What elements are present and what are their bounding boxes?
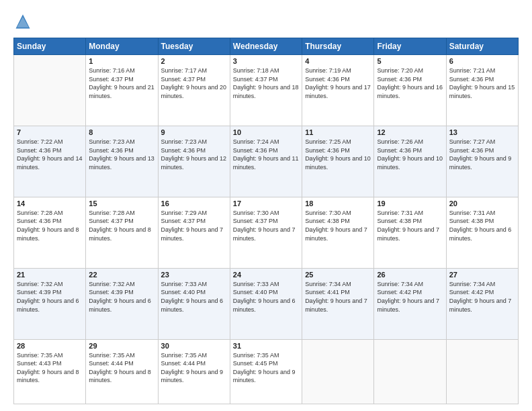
calendar-cell: 6Sunrise: 7:21 AMSunset: 4:36 PMDaylight… — [446, 55, 518, 126]
calendar-cell: 28Sunrise: 7:35 AMSunset: 4:43 PMDayligh… — [14, 339, 86, 404]
logo — [13, 12, 35, 31]
day-number: 6 — [449, 57, 515, 65]
day-info: Sunrise: 7:34 AMSunset: 4:41 PMDaylight:… — [305, 280, 371, 314]
day-info: Sunrise: 7:31 AMSunset: 4:38 PMDaylight:… — [377, 209, 443, 242]
day-info: Sunrise: 7:28 AMSunset: 4:36 PMDaylight:… — [17, 209, 83, 242]
day-number: 20 — [449, 199, 515, 208]
day-info: Sunrise: 7:24 AMSunset: 4:36 PMDaylight:… — [233, 138, 299, 171]
day-number: 15 — [89, 199, 154, 208]
calendar-cell: 31Sunrise: 7:35 AMSunset: 4:45 PMDayligh… — [230, 339, 302, 404]
day-number: 4 — [305, 57, 371, 65]
day-info: Sunrise: 7:19 AMSunset: 4:36 PMDaylight:… — [305, 66, 371, 100]
day-info: Sunrise: 7:35 AMSunset: 4:43 PMDaylight:… — [17, 351, 83, 385]
calendar-week-row: 28Sunrise: 7:35 AMSunset: 4:43 PMDayligh… — [14, 339, 519, 404]
calendar-cell: 3Sunrise: 7:18 AMSunset: 4:37 PMDaylight… — [230, 55, 302, 126]
calendar-cell: 20Sunrise: 7:31 AMSunset: 4:38 PMDayligh… — [446, 197, 518, 268]
page: SundayMondayTuesdayWednesdayThursdayFrid… — [0, 0, 532, 411]
day-number: 31 — [233, 342, 299, 350]
day-number: 27 — [449, 271, 515, 279]
calendar-cell: 14Sunrise: 7:28 AMSunset: 4:36 PMDayligh… — [14, 197, 86, 268]
day-info: Sunrise: 7:16 AMSunset: 4:37 PMDaylight:… — [89, 66, 154, 100]
day-header-sunday: Sunday — [14, 38, 86, 55]
day-info: Sunrise: 7:26 AMSunset: 4:36 PMDaylight:… — [377, 138, 443, 171]
calendar-week-row: 14Sunrise: 7:28 AMSunset: 4:36 PMDayligh… — [14, 197, 519, 268]
day-info: Sunrise: 7:29 AMSunset: 4:37 PMDaylight:… — [161, 209, 227, 242]
day-info: Sunrise: 7:17 AMSunset: 4:37 PMDaylight:… — [161, 66, 227, 100]
day-info: Sunrise: 7:30 AMSunset: 4:37 PMDaylight:… — [233, 209, 299, 242]
day-number: 22 — [89, 271, 154, 279]
day-info: Sunrise: 7:33 AMSunset: 4:40 PMDaylight:… — [161, 280, 227, 314]
calendar-cell: 19Sunrise: 7:31 AMSunset: 4:38 PMDayligh… — [374, 197, 446, 268]
calendar-week-row: 1Sunrise: 7:16 AMSunset: 4:37 PMDaylight… — [14, 55, 519, 126]
calendar-cell: 9Sunrise: 7:23 AMSunset: 4:36 PMDaylight… — [158, 126, 230, 197]
day-info: Sunrise: 7:28 AMSunset: 4:37 PMDaylight:… — [89, 209, 154, 242]
calendar-cell: 17Sunrise: 7:30 AMSunset: 4:37 PMDayligh… — [230, 197, 302, 268]
day-number: 10 — [233, 128, 299, 136]
calendar-cell: 2Sunrise: 7:17 AMSunset: 4:37 PMDaylight… — [158, 55, 230, 126]
day-number: 30 — [161, 342, 227, 350]
calendar-cell: 13Sunrise: 7:27 AMSunset: 4:36 PMDayligh… — [446, 126, 518, 197]
day-info: Sunrise: 7:31 AMSunset: 4:38 PMDaylight:… — [449, 209, 515, 242]
day-info: Sunrise: 7:27 AMSunset: 4:36 PMDaylight:… — [449, 138, 515, 171]
day-number: 14 — [17, 199, 83, 208]
day-number: 2 — [161, 57, 227, 65]
logo-icon — [13, 12, 32, 31]
day-header-thursday: Thursday — [302, 38, 374, 55]
day-number: 25 — [305, 271, 371, 279]
calendar-cell: 12Sunrise: 7:26 AMSunset: 4:36 PMDayligh… — [374, 126, 446, 197]
day-number: 16 — [161, 199, 227, 208]
calendar-cell: 10Sunrise: 7:24 AMSunset: 4:36 PMDayligh… — [230, 126, 302, 197]
calendar-cell — [446, 339, 518, 404]
day-info: Sunrise: 7:35 AMSunset: 4:45 PMDaylight:… — [233, 351, 299, 385]
calendar-cell: 23Sunrise: 7:33 AMSunset: 4:40 PMDayligh… — [158, 268, 230, 339]
calendar-cell: 7Sunrise: 7:22 AMSunset: 4:36 PMDaylight… — [14, 126, 86, 197]
day-number: 11 — [305, 128, 371, 136]
day-info: Sunrise: 7:34 AMSunset: 4:42 PMDaylight:… — [449, 280, 515, 314]
calendar-cell: 29Sunrise: 7:35 AMSunset: 4:44 PMDayligh… — [86, 339, 158, 404]
calendar-cell — [302, 339, 374, 404]
day-number: 18 — [305, 199, 371, 208]
calendar-cell: 30Sunrise: 7:35 AMSunset: 4:44 PMDayligh… — [158, 339, 230, 404]
day-number: 9 — [161, 128, 227, 136]
day-info: Sunrise: 7:21 AMSunset: 4:36 PMDaylight:… — [449, 66, 515, 100]
calendar-cell: 24Sunrise: 7:33 AMSunset: 4:40 PMDayligh… — [230, 268, 302, 339]
day-number: 24 — [233, 271, 299, 279]
day-info: Sunrise: 7:25 AMSunset: 4:36 PMDaylight:… — [305, 138, 371, 171]
calendar-cell: 25Sunrise: 7:34 AMSunset: 4:41 PMDayligh… — [302, 268, 374, 339]
day-number: 17 — [233, 199, 299, 208]
day-info: Sunrise: 7:32 AMSunset: 4:39 PMDaylight:… — [89, 280, 154, 314]
day-info: Sunrise: 7:23 AMSunset: 4:36 PMDaylight:… — [161, 138, 227, 171]
day-number: 8 — [89, 128, 154, 136]
day-number: 21 — [17, 271, 83, 279]
day-number: 3 — [233, 57, 299, 65]
calendar-cell: 15Sunrise: 7:28 AMSunset: 4:37 PMDayligh… — [86, 197, 158, 268]
day-number: 1 — [89, 57, 154, 65]
day-number: 28 — [17, 342, 83, 350]
day-number: 19 — [377, 199, 443, 208]
day-info: Sunrise: 7:35 AMSunset: 4:44 PMDaylight:… — [89, 351, 154, 385]
calendar-cell: 8Sunrise: 7:23 AMSunset: 4:36 PMDaylight… — [86, 126, 158, 197]
day-header-friday: Friday — [374, 38, 446, 55]
day-info: Sunrise: 7:22 AMSunset: 4:36 PMDaylight:… — [17, 138, 83, 171]
calendar-cell: 26Sunrise: 7:34 AMSunset: 4:42 PMDayligh… — [374, 268, 446, 339]
day-info: Sunrise: 7:33 AMSunset: 4:40 PMDaylight:… — [233, 280, 299, 314]
calendar-header-row: SundayMondayTuesdayWednesdayThursdayFrid… — [14, 38, 519, 55]
calendar-week-row: 7Sunrise: 7:22 AMSunset: 4:36 PMDaylight… — [14, 126, 519, 197]
day-header-monday: Monday — [86, 38, 158, 55]
day-number: 13 — [449, 128, 515, 136]
day-number: 5 — [377, 57, 443, 65]
day-header-wednesday: Wednesday — [230, 38, 302, 55]
day-info: Sunrise: 7:34 AMSunset: 4:42 PMDaylight:… — [377, 280, 443, 314]
day-info: Sunrise: 7:32 AMSunset: 4:39 PMDaylight:… — [17, 280, 83, 314]
calendar-cell: 22Sunrise: 7:32 AMSunset: 4:39 PMDayligh… — [86, 268, 158, 339]
header — [13, 12, 519, 31]
day-info: Sunrise: 7:18 AMSunset: 4:37 PMDaylight:… — [233, 66, 299, 100]
svg-marker-1 — [17, 17, 29, 28]
calendar-cell — [14, 55, 86, 126]
calendar-cell: 18Sunrise: 7:30 AMSunset: 4:38 PMDayligh… — [302, 197, 374, 268]
day-number: 12 — [377, 128, 443, 136]
calendar-week-row: 21Sunrise: 7:32 AMSunset: 4:39 PMDayligh… — [14, 268, 519, 339]
calendar-cell: 27Sunrise: 7:34 AMSunset: 4:42 PMDayligh… — [446, 268, 518, 339]
day-info: Sunrise: 7:35 AMSunset: 4:44 PMDaylight:… — [161, 351, 227, 385]
day-info: Sunrise: 7:30 AMSunset: 4:38 PMDaylight:… — [305, 209, 371, 242]
